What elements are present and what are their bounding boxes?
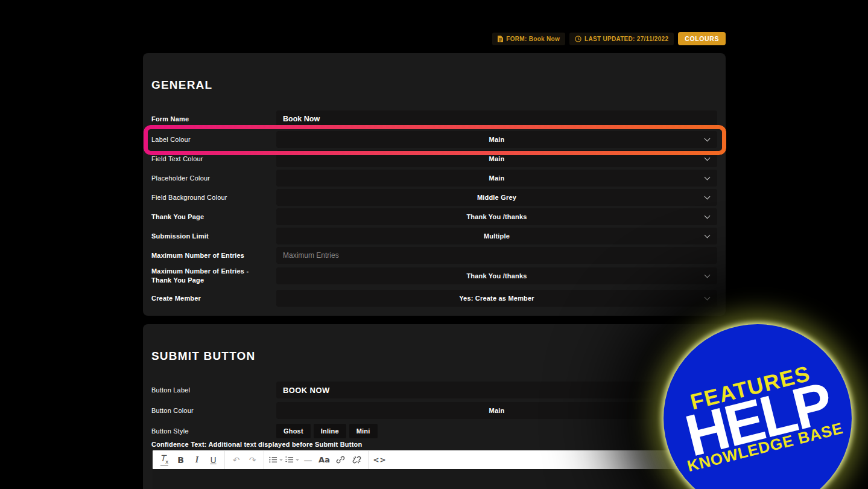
thank-you-page-select[interactable]: Thank You /thanks bbox=[276, 208, 717, 225]
label-colour-value: Main bbox=[489, 136, 505, 143]
form-name-badge: FORM: Book Now bbox=[492, 33, 565, 45]
chevron-down-icon bbox=[705, 174, 711, 181]
general-section-panel: GENERAL Form Name Label Colour Main Fiel… bbox=[143, 53, 726, 316]
document-icon bbox=[498, 36, 503, 42]
max-entries-label: Maximum Number of Entries bbox=[151, 251, 276, 260]
form-name-row: Form Name bbox=[151, 110, 717, 127]
field-text-colour-value: Main bbox=[489, 155, 505, 162]
button-colour-label: Button Colour bbox=[151, 406, 276, 415]
button-colour-select[interactable]: Main bbox=[276, 402, 717, 419]
italic-icon[interactable]: I bbox=[189, 452, 204, 467]
unordered-list-icon[interactable] bbox=[268, 452, 283, 467]
chevron-down-icon bbox=[705, 272, 711, 278]
clear-formatting-icon[interactable]: Tx bbox=[157, 452, 172, 467]
thank-you-page-label: Thank You Page bbox=[151, 213, 276, 222]
field-background-colour-row: Field Background Colour Middle Grey bbox=[151, 189, 717, 206]
max-entries-thank-you-value: Thank You /thanks bbox=[466, 272, 527, 280]
chevron-down-icon bbox=[705, 232, 711, 238]
general-section-title: GENERAL bbox=[151, 78, 212, 92]
max-entries-thank-you-label: Maximum Number of Entries - Thank You Pa… bbox=[151, 267, 276, 285]
chevron-down-icon bbox=[705, 194, 711, 200]
button-style-tabs: Ghost Inline Mini bbox=[276, 424, 378, 438]
clock-icon bbox=[575, 36, 581, 42]
field-text-colour-select[interactable]: Main bbox=[276, 150, 717, 167]
button-colour-row: Button Colour Main bbox=[151, 402, 717, 419]
form-badge-label: FORM: Book Now bbox=[506, 36, 560, 42]
chevron-down-icon bbox=[296, 459, 299, 461]
chevron-down-icon bbox=[279, 459, 283, 461]
last-updated-badge: LAST UPDATED: 27/11/2022 bbox=[569, 33, 674, 45]
placeholder-colour-value: Main bbox=[489, 174, 505, 182]
horizontal-rule-icon[interactable]: — bbox=[300, 452, 315, 467]
rich-text-toolbar: Tx B I U ↶ ↷ — Aa <> bbox=[153, 450, 717, 469]
chevron-down-icon bbox=[705, 213, 711, 219]
toolbar-divider bbox=[264, 451, 264, 469]
chevron-down-icon bbox=[705, 295, 711, 301]
button-style-tab-mini[interactable]: Mini bbox=[349, 424, 378, 438]
submit-section-title: SUBMIT BUTTON bbox=[151, 350, 256, 363]
button-label-row: Button Label bbox=[151, 382, 717, 398]
max-entries-thank-you-row: Maximum Number of Entries - Thank You Pa… bbox=[151, 267, 717, 284]
create-member-select[interactable]: Yes: Create as Member bbox=[276, 290, 717, 307]
field-background-colour-label: Field Background Colour bbox=[151, 193, 276, 202]
max-entries-input[interactable] bbox=[276, 247, 717, 264]
button-style-row: Button Style Ghost Inline Mini bbox=[151, 423, 717, 439]
button-style-tab-ghost[interactable]: Ghost bbox=[276, 424, 311, 438]
form-name-input[interactable] bbox=[276, 110, 717, 127]
placeholder-colour-row: Placeholder Colour Main bbox=[151, 170, 717, 187]
colours-button[interactable]: COLOURS bbox=[678, 32, 726, 45]
toolbar-divider bbox=[224, 451, 225, 469]
submission-limit-select[interactable]: Multiple bbox=[276, 228, 717, 245]
create-member-value: Yes: Create as Member bbox=[459, 295, 534, 302]
label-colour-select[interactable]: Main bbox=[276, 131, 717, 148]
toolbar-divider bbox=[368, 451, 369, 469]
label-colour-label: Label Colour bbox=[151, 135, 276, 144]
source-code-icon[interactable]: <> bbox=[372, 452, 387, 467]
redo-icon[interactable]: ↷ bbox=[245, 452, 260, 467]
create-member-label: Create Member bbox=[151, 294, 276, 303]
submit-button-section-panel: SUBMIT BUTTON Button Label Button Colour… bbox=[143, 324, 726, 489]
underline-icon[interactable]: U bbox=[206, 452, 221, 467]
field-text-colour-label: Field Text Colour bbox=[151, 155, 276, 164]
form-name-label: Form Name bbox=[151, 115, 276, 124]
submission-limit-label: Submission Limit bbox=[151, 232, 276, 241]
confidence-text-label: Confidence Text: Additional text display… bbox=[151, 441, 362, 448]
field-background-colour-value: Middle Grey bbox=[477, 194, 516, 201]
create-member-row: Create Member Yes: Create as Member bbox=[151, 290, 717, 307]
chevron-down-icon bbox=[705, 136, 711, 142]
last-updated-label: LAST UPDATED: 27/11/2022 bbox=[584, 36, 668, 42]
link-icon[interactable] bbox=[333, 452, 348, 467]
field-text-colour-row: Field Text Colour Main bbox=[151, 150, 717, 167]
field-background-colour-select[interactable]: Middle Grey bbox=[276, 189, 717, 206]
button-style-tab-inline[interactable]: Inline bbox=[314, 424, 346, 438]
ordered-list-icon[interactable] bbox=[284, 452, 299, 467]
thank-you-page-row: Thank You Page Thank You /thanks bbox=[151, 208, 717, 225]
thank-you-page-value: Thank You /thanks bbox=[466, 213, 527, 220]
button-label-input[interactable] bbox=[276, 382, 717, 398]
help-badge-text: FEATURES HELP KNOWLEDGE BASE bbox=[670, 356, 846, 476]
button-label-label: Button Label bbox=[151, 386, 276, 395]
label-colour-row: Label Colour Main bbox=[151, 131, 717, 148]
bold-icon[interactable]: B bbox=[173, 452, 188, 467]
submission-limit-value: Multiple bbox=[484, 232, 510, 240]
max-entries-thank-you-select[interactable]: Thank You /thanks bbox=[276, 267, 717, 284]
undo-icon[interactable]: ↶ bbox=[229, 452, 244, 467]
max-entries-row: Maximum Number of Entries bbox=[151, 247, 717, 264]
header-status-bar: FORM: Book Now LAST UPDATED: 27/11/2022 … bbox=[492, 32, 726, 45]
rich-text-editor-body[interactable] bbox=[153, 469, 717, 489]
submission-limit-row: Submission Limit Multiple bbox=[151, 228, 717, 245]
button-colour-value: Main bbox=[489, 407, 505, 414]
font-size-icon[interactable]: Aa bbox=[317, 452, 332, 467]
button-style-label: Button Style bbox=[151, 427, 276, 436]
placeholder-colour-select[interactable]: Main bbox=[276, 170, 717, 187]
placeholder-colour-label: Placeholder Colour bbox=[151, 174, 276, 183]
unlink-icon[interactable] bbox=[349, 452, 364, 467]
chevron-down-icon bbox=[705, 155, 711, 161]
